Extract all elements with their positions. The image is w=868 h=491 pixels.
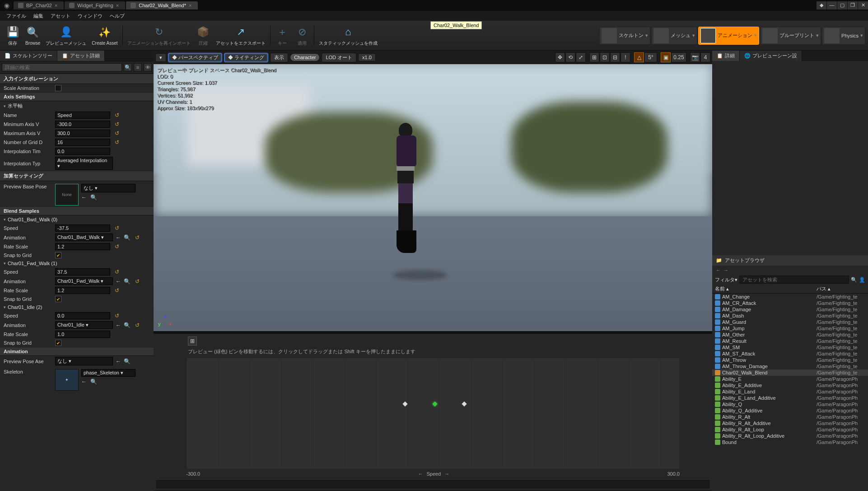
reset-icon[interactable]: ↺ xyxy=(115,269,119,275)
browse-icon[interactable]: 🔍 xyxy=(124,322,131,328)
asset-row[interactable]: AM_Dash/Game/Fighting_te xyxy=(712,313,868,319)
section-axis-settings[interactable]: Axis Settings xyxy=(0,92,154,101)
asset-row[interactable]: Ability_E/Game/ParagonPh xyxy=(712,376,868,382)
use-asset-icon[interactable]: ← xyxy=(81,379,87,385)
warn-icon[interactable]: ! xyxy=(621,52,630,62)
asset-row[interactable]: AM_Throw_Damage/Game/Fighting_te xyxy=(712,363,868,369)
browse-icon[interactable]: 🔍 xyxy=(90,194,97,201)
perspective-button[interactable]: ◆ パースペクティブ xyxy=(168,53,222,62)
mode-スケルトン[interactable]: スケルトン▾ xyxy=(599,27,650,45)
browse-icon[interactable]: 🔍 xyxy=(124,358,131,365)
asset-row[interactable]: Ability_Q_Additive/Game/ParagonPh xyxy=(712,407,868,414)
section-additive[interactable]: 加算セッティング xyxy=(0,171,154,181)
blend-sample-header[interactable]: Char01_Fwd_Walk (1) xyxy=(0,259,154,267)
asset-browser-header[interactable]: 📁 アセットブラウザ xyxy=(712,255,868,266)
timeline-scrubber[interactable] xyxy=(156,480,709,488)
asset-row[interactable]: AM_Other/Game/Fighting_te xyxy=(712,332,868,338)
use-asset-icon[interactable]: ← xyxy=(81,194,87,201)
tab-details[interactable]: 📋 詳細 xyxy=(712,51,740,61)
blend-sample-point[interactable] xyxy=(462,402,467,407)
browse-icon[interactable]: 🔍 xyxy=(124,234,131,241)
reset-icon[interactable]: ↺ xyxy=(135,322,140,328)
asset-row[interactable]: AM_Result/Game/Fighting_te xyxy=(712,338,868,344)
toolbar-プレビューメッシュ[interactable]: 👤プレビューメッシュ xyxy=(43,24,89,47)
filter-button[interactable]: フィルタ▾ xyxy=(715,276,737,283)
asset-row[interactable]: AM_ST_Attack/Game/Fighting_te xyxy=(712,351,868,357)
sample-rate-input[interactable] xyxy=(55,243,110,250)
mode-Physics[interactable]: Physics▾ xyxy=(822,27,865,45)
interp-time-input[interactable] xyxy=(55,148,110,155)
sample-speed-input[interactable] xyxy=(55,268,110,276)
asset-row[interactable]: AM_Jump/Game/Fighting_te xyxy=(712,325,868,332)
menu-ヘルプ[interactable]: ヘルプ xyxy=(106,12,128,20)
viewport-3d[interactable]: プレビュー中 ブレンド スペース Char02_Walk_BlendLOD: 0… xyxy=(154,64,712,331)
menu-アセット[interactable]: アセット xyxy=(47,12,74,20)
chevron-down-icon[interactable]: ▾ xyxy=(816,33,819,38)
use-asset-icon[interactable]: ← xyxy=(116,278,121,285)
menu-ウィンドウ[interactable]: ウィンドウ xyxy=(74,12,106,20)
use-asset-icon[interactable]: ← xyxy=(116,322,121,328)
mode-メッシュ[interactable]: メッシュ▾ xyxy=(651,27,697,45)
sample-rate-input[interactable] xyxy=(55,331,110,338)
asset-row[interactable]: Ability_R_Alt_Loop_Additive/Game/Paragon… xyxy=(712,433,868,439)
lod-button[interactable]: LOD オート xyxy=(322,53,356,62)
preview-base-thumb[interactable]: None xyxy=(55,184,79,206)
angle-snap-icon[interactable]: △ xyxy=(634,52,644,62)
min-axis-input[interactable] xyxy=(55,121,110,128)
col-name-header[interactable]: 名前 xyxy=(715,286,725,291)
blend-preview-pin[interactable] xyxy=(432,402,437,407)
toolbar-保存[interactable]: 💾保存 xyxy=(3,24,23,47)
asset-row[interactable]: AM_SM/Game/Fighting_te xyxy=(712,344,868,351)
tab-skeleton-tree[interactable]: 📄 スケルトンツリー xyxy=(0,51,57,61)
toolbar-Browse[interactable]: 🔍Browse xyxy=(23,24,43,47)
close-icon[interactable]: × xyxy=(55,3,57,8)
reset-icon[interactable]: ↺ xyxy=(115,243,119,250)
user-icon[interactable]: 👤 xyxy=(859,277,865,283)
use-asset-icon[interactable]: ← xyxy=(116,234,121,241)
snap-checkbox[interactable]: ✔ xyxy=(55,340,61,346)
skeleton-select[interactable]: phase_Skeleton ▾ xyxy=(81,369,135,377)
nav-back-icon[interactable]: ← xyxy=(716,267,721,273)
chevron-down-icon[interactable]: ▾ xyxy=(754,33,757,38)
grid-toggle-icon[interactable]: ⊞ xyxy=(188,337,197,346)
chevron-down-icon[interactable]: ▾ xyxy=(645,33,648,38)
blend-sample-header[interactable]: Char01_Bwd_Walk (0) xyxy=(0,215,154,224)
asset-row[interactable]: AM_Throw/Game/Fighting_te xyxy=(712,357,868,363)
eye-icon[interactable]: 👁 xyxy=(144,63,152,71)
scale-icon[interactable]: ⤢ xyxy=(576,52,586,62)
toolbar-適用[interactable]: ⊘適用 xyxy=(292,24,312,47)
snap-checkbox[interactable]: ✔ xyxy=(55,296,61,302)
reset-icon[interactable]: ↺ xyxy=(135,234,140,241)
editor-tab-active[interactable]: Char02_Walk_Blend*× xyxy=(126,1,198,9)
reset-icon[interactable]: ↺ xyxy=(115,287,119,294)
skeleton-thumb[interactable]: ✦ xyxy=(55,369,79,391)
speed-button[interactable]: x1.0 xyxy=(358,53,376,61)
translate-icon[interactable]: ✥ xyxy=(555,52,565,62)
restore-button[interactable]: ❐ xyxy=(848,1,858,9)
reset-icon[interactable]: ↺ xyxy=(115,112,119,118)
tab-asset-details[interactable]: 📋 アセット詳細 xyxy=(57,51,105,61)
asset-list[interactable]: AM_Change/Game/Fighting_teAM_CR_Attack/G… xyxy=(712,294,868,491)
reset-icon[interactable]: ↺ xyxy=(115,121,119,127)
reset-icon[interactable]: ↺ xyxy=(135,278,140,285)
reset-icon[interactable]: ↺ xyxy=(115,130,119,136)
reset-icon[interactable]: ↺ xyxy=(115,313,119,319)
asset-row[interactable]: Ability_E_Land_Additive/Game/ParagonPh xyxy=(712,395,868,401)
camera-speed-icon[interactable]: 📷 xyxy=(690,52,700,62)
maximize-button[interactable]: ▢ xyxy=(837,1,847,9)
axis-name-input[interactable] xyxy=(55,112,110,119)
browse-icon[interactable]: 🔍 xyxy=(90,379,97,385)
grid2-icon[interactable]: ⊡ xyxy=(600,52,610,62)
asset-row[interactable]: AM_Damage/Game/Fighting_te xyxy=(712,306,868,313)
sample-speed-input[interactable] xyxy=(55,312,110,319)
mode-アニメーション[interactable]: アニメーション▾ xyxy=(698,27,759,45)
asset-search-input[interactable] xyxy=(739,276,849,284)
toolbar-アセットをエクスポート[interactable]: ↗アセットをエクスポート xyxy=(213,24,268,47)
asset-row[interactable]: Ability_E_Additive/Game/ParagonPh xyxy=(712,382,868,388)
asset-row[interactable]: Ability_R_Alt/Game/ParagonPh xyxy=(712,414,868,420)
sample-rate-input[interactable] xyxy=(55,287,110,294)
notify-icon[interactable]: ◆ xyxy=(817,1,826,9)
sample-anim-select[interactable]: Char01_Idle ▾ xyxy=(55,321,113,329)
blend-sample-header[interactable]: Char01_Idle (2) xyxy=(0,303,154,311)
asset-row[interactable]: AM_Change/Game/Fighting_te xyxy=(712,294,868,300)
